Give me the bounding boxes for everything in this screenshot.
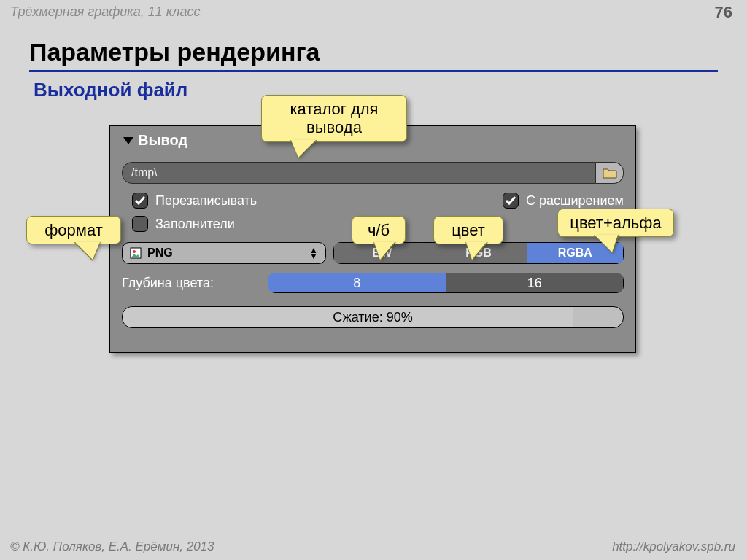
slide-footer: © К.Ю. Поляков, Е.А. Ерёмин, 2013 http:/… bbox=[0, 538, 747, 560]
checkbox-checked-icon bbox=[132, 192, 148, 209]
checkbox-checked-icon bbox=[503, 192, 519, 209]
callout-output-folder: каталог для вывода bbox=[261, 95, 407, 142]
disclosure-triangle-icon[interactable] bbox=[123, 137, 133, 144]
title-underline bbox=[29, 70, 718, 72]
output-path-row: /tmp\ bbox=[122, 162, 624, 184]
color-depth-label: Глубина цвета: bbox=[122, 276, 268, 291]
callout-bw: ч/б bbox=[352, 216, 406, 244]
callout-format: формат bbox=[26, 216, 121, 244]
with-extension-label: С расширением bbox=[526, 193, 624, 209]
folder-icon bbox=[603, 167, 617, 179]
overwrite-checkbox[interactable]: Перезаписывать bbox=[132, 192, 257, 209]
compression-row: Сжатие: 90% bbox=[122, 306, 624, 328]
course-name: Трёхмерная графика, 11 класс bbox=[10, 4, 200, 19]
output-path-input[interactable]: /tmp\ bbox=[122, 162, 596, 184]
updown-arrows-icon: ▲▼ bbox=[309, 247, 318, 259]
color-depth-row: Глубина цвета: 8 16 bbox=[122, 273, 624, 293]
slide-number: 76 bbox=[715, 3, 732, 22]
format-row: PNG ▲▼ BW RGB RGBA bbox=[122, 242, 624, 264]
with-extension-checkbox[interactable]: С расширением bbox=[503, 192, 624, 209]
image-file-icon bbox=[130, 247, 142, 259]
depth-16-button[interactable]: 16 bbox=[446, 273, 624, 293]
compression-slider[interactable]: Сжатие: 90% bbox=[122, 306, 624, 328]
file-format-value: PNG bbox=[147, 246, 173, 260]
callout-color: цвет bbox=[433, 216, 503, 244]
footer-url: http://kpolyakov.spb.ru bbox=[612, 540, 735, 554]
page-title: Параметры рендеринга bbox=[29, 38, 320, 66]
depth-8-button[interactable]: 8 bbox=[268, 273, 446, 293]
checkbox-empty-icon bbox=[132, 216, 148, 232]
browse-folder-button[interactable] bbox=[596, 162, 624, 184]
placeholders-label: Заполнители bbox=[155, 217, 235, 232]
output-path-value: /tmp\ bbox=[131, 166, 158, 179]
slide-header: Трёхмерная графика, 11 класс 76 bbox=[0, 0, 747, 23]
color-depth-segmented: 8 16 bbox=[268, 273, 624, 293]
compression-value: Сжатие: 90% bbox=[333, 310, 412, 325]
file-format-select[interactable]: PNG ▲▼ bbox=[122, 242, 326, 264]
overwrite-label: Перезаписывать bbox=[155, 193, 257, 209]
section-subtitle: Выходной файл bbox=[34, 79, 187, 101]
footer-copyright: © К.Ю. Поляков, Е.А. Ерёмин, 2013 bbox=[10, 540, 214, 554]
panel-title: Вывод bbox=[138, 132, 187, 149]
checkbox-row: Перезаписывать С расширением bbox=[132, 192, 624, 209]
svg-point-1 bbox=[133, 250, 136, 253]
callout-color-alpha: цвет+альфа bbox=[557, 209, 674, 237]
